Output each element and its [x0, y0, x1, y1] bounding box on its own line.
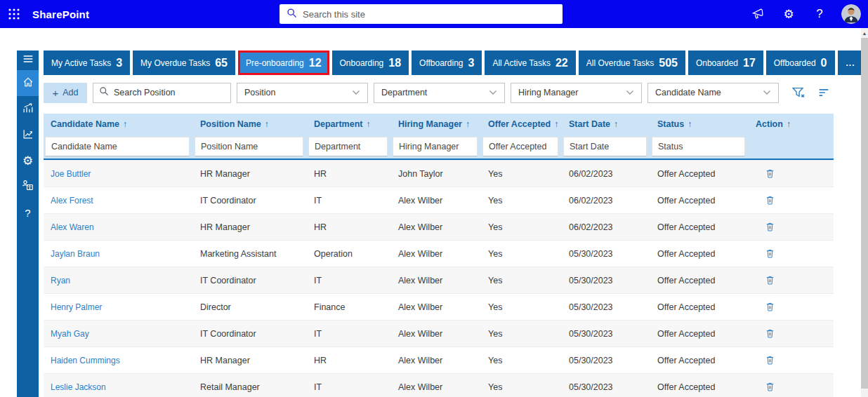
sidebar-item-settings[interactable]: ⚙: [17, 148, 39, 174]
chevron-down-icon: [763, 88, 771, 97]
delete-icon[interactable]: [764, 354, 776, 366]
filter-input-position-name[interactable]: [195, 137, 303, 156]
view-tabs: My Active Tasks 3 My Overdue Tasks 65 Pr…: [44, 51, 864, 75]
filter-dropdowns: PositionDepartmentHiring ManagerCandidat…: [237, 83, 779, 103]
tab-all-active-tasks[interactable]: All Active Tasks 22: [485, 51, 575, 75]
candidate-link[interactable]: Alex Forest: [51, 196, 93, 206]
bar-chart-icon: [22, 102, 34, 117]
clear-filter-icon[interactable]: [790, 84, 807, 101]
site-search-input[interactable]: [303, 9, 555, 20]
candidate-link[interactable]: Jaylan Braun: [51, 249, 100, 259]
candidate-link[interactable]: Joe Buttler: [51, 169, 91, 179]
sidebar-item-home[interactable]: [17, 70, 39, 96]
chevron-down-icon: [489, 88, 497, 97]
column-filter-cell: [562, 134, 650, 159]
tab-label: All Active Tasks: [492, 58, 550, 68]
sidebar-item-menu[interactable]: [17, 51, 39, 70]
megaphone-icon[interactable]: [749, 5, 767, 23]
gear-icon[interactable]: ⚙: [780, 5, 798, 23]
position-search-box[interactable]: [93, 83, 231, 103]
vertical-scrollbar[interactable]: ▲: [861, 28, 868, 397]
dropdown-candidate-name[interactable]: Candidate Name: [647, 83, 779, 103]
tab-my-active-tasks[interactable]: My Active Tasks 3: [44, 51, 130, 75]
position-search-input[interactable]: [114, 88, 227, 97]
delete-icon[interactable]: [764, 194, 776, 206]
app-launcher-icon[interactable]: [0, 0, 28, 28]
candidate-link[interactable]: Henry Palmer: [51, 302, 102, 312]
table-row: Alex Forest IT Coordinator IT Alex Wilbe…: [44, 187, 834, 213]
sort-ascending-icon: ↑: [787, 119, 791, 129]
candidate-link[interactable]: Alex Waren: [51, 222, 94, 232]
sidebar-item-analytics[interactable]: [17, 96, 39, 122]
table-row: Leslie Jackson Retail Manager IT Alex Wi…: [44, 373, 834, 397]
sort-lines-icon[interactable]: [815, 84, 832, 101]
column-header-hiring-manager[interactable]: Hiring Manager ↑: [391, 114, 481, 134]
delete-icon[interactable]: [764, 274, 776, 286]
filter-input-candidate-name[interactable]: [45, 137, 190, 156]
filter-input-start-date[interactable]: [563, 137, 647, 156]
hamburger-icon: [22, 53, 34, 68]
column-header-offer-accepted[interactable]: Offer Accepted ↑: [481, 114, 562, 134]
tab-label: All Overdue Tasks: [586, 58, 655, 68]
filter-toolbar: + Add PositionDepartmentHiring ManagerCa…: [44, 82, 832, 103]
column-header-position-name[interactable]: Position Name ↑: [193, 114, 307, 134]
tab-offboarded[interactable]: Offboarded 0: [766, 51, 835, 75]
filter-input-status[interactable]: [652, 137, 745, 156]
tab-my-overdue-tasks[interactable]: My Overdue Tasks 65: [133, 51, 235, 75]
add-button[interactable]: + Add: [44, 83, 87, 103]
candidate-link[interactable]: Ryan: [51, 276, 70, 285]
avatar[interactable]: [841, 4, 861, 24]
column-header-candidate-name[interactable]: Candidate Name ↑: [44, 114, 193, 134]
tab-onboarding[interactable]: Onboarding 18: [332, 51, 409, 75]
column-header-action[interactable]: Action ↑: [749, 114, 834, 134]
left-sidebar: ⚙ ?: [17, 51, 39, 397]
column-filter-cell: [481, 134, 562, 159]
help-icon[interactable]: ?: [810, 5, 829, 23]
tab-label: My Overdue Tasks: [140, 58, 210, 68]
tab-label: Offboarded: [774, 58, 816, 68]
column-filter-cell: [650, 134, 749, 159]
tab-overflow[interactable]: ...: [838, 51, 864, 75]
tab-pre-onboarding[interactable]: Pre-onboarding 12: [238, 51, 329, 75]
column-header-start-date[interactable]: Start Date ↑: [562, 114, 650, 134]
delete-icon[interactable]: [764, 248, 776, 260]
delete-icon[interactable]: [764, 381, 776, 393]
dropdown-position[interactable]: Position: [237, 83, 368, 103]
column-header-status[interactable]: Status ↑: [650, 114, 749, 134]
candidate-link[interactable]: Myah Gay: [51, 329, 89, 339]
filter-input-department[interactable]: [308, 137, 388, 156]
tab-all-overdue-tasks[interactable]: All Overdue Tasks 505: [579, 51, 685, 75]
header-filter-row: [44, 134, 834, 159]
sidebar-item-trends[interactable]: [17, 122, 39, 148]
topbar-actions: ⚙ ?: [749, 0, 865, 28]
site-search-box[interactable]: [280, 4, 563, 24]
scroll-up-arrow[interactable]: ▲: [861, 28, 868, 38]
delete-icon[interactable]: [764, 168, 776, 180]
table-row: Myah Gay IT Coordinator IT Alex Wilber Y…: [44, 320, 834, 346]
home-icon: [22, 76, 34, 91]
sidebar-item-help[interactable]: ?: [17, 200, 39, 226]
tab-count: 3: [116, 57, 122, 69]
delete-icon[interactable]: [764, 221, 776, 233]
scrollbar-thumb[interactable]: [861, 38, 868, 389]
sidebar-item-directory[interactable]: [17, 174, 39, 200]
candidate-link[interactable]: Leslie Jackson: [51, 382, 106, 392]
column-filter-cell: [307, 134, 391, 159]
delete-icon[interactable]: [764, 328, 776, 339]
dropdown-department[interactable]: Department: [374, 83, 505, 103]
tab-count: 22: [555, 57, 568, 69]
delete-icon[interactable]: [764, 301, 776, 313]
filter-input-offer-accepted[interactable]: [482, 137, 558, 156]
tab-label: My Active Tasks: [51, 58, 111, 68]
candidate-link[interactable]: Haiden Cummings: [51, 356, 120, 365]
tab-onboarded[interactable]: Onboarded 17: [688, 51, 763, 75]
dropdown-hiring-manager[interactable]: Hiring Manager: [511, 83, 642, 103]
search-icon: [99, 86, 109, 99]
filter-input-hiring-manager[interactable]: [393, 137, 478, 156]
column-header-department[interactable]: Department ↑: [307, 114, 391, 134]
tab-offboarding[interactable]: Offboarding 3: [412, 51, 482, 75]
column-filter-cell: [193, 134, 307, 159]
table-row: Haiden Cummings HR Manager HR Alex Wilbe…: [44, 346, 834, 373]
sort-ascending-icon: ↑: [366, 119, 370, 129]
plus-icon: +: [52, 88, 58, 98]
